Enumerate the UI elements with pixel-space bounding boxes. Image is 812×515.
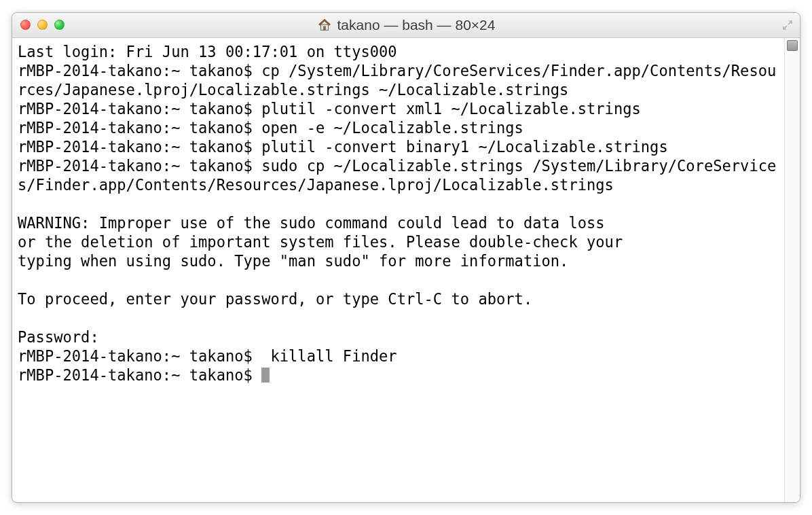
terminal-line: Last login: Fri Jun 13 00:17:01 on ttys0… xyxy=(18,43,397,60)
terminal-line: rMBP-2014-takano:~ takano$ killall Finde… xyxy=(18,347,397,365)
terminal-line: rMBP-2014-takano:~ takano$ sudo cp ~/Loc… xyxy=(18,157,776,194)
terminal-content[interactable]: Last login: Fri Jun 13 00:17:01 on ttys0… xyxy=(12,38,784,502)
scroll-indicator-icon xyxy=(787,40,798,51)
cursor xyxy=(261,368,270,383)
terminal-line: rMBP-2014-takano:~ takano$ plutil -conve… xyxy=(18,100,641,118)
fullscreen-icon[interactable] xyxy=(781,18,796,33)
content-wrap: Last login: Fri Jun 13 00:17:01 on ttys0… xyxy=(12,38,800,502)
terminal-prompt: rMBP-2014-takano:~ takano$ xyxy=(18,366,261,384)
minimize-button[interactable] xyxy=(37,20,48,30)
home-icon xyxy=(317,18,332,33)
window-title: takano — bash — 80×24 xyxy=(337,17,496,33)
terminal-line: To proceed, enter your password, or type… xyxy=(18,290,532,308)
terminal-line: WARNING: Improper use of the sudo comman… xyxy=(18,214,605,232)
scrollbar[interactable] xyxy=(784,38,800,502)
terminal-line: rMBP-2014-takano:~ takano$ cp /System/Li… xyxy=(18,62,776,99)
terminal-line: rMBP-2014-takano:~ takano$ open -e ~/Loc… xyxy=(18,119,523,137)
terminal-line: Password: xyxy=(18,328,99,346)
terminal-line: typing when using sudo. Type "man sudo" … xyxy=(18,252,568,270)
zoom-button[interactable] xyxy=(54,20,64,30)
terminal-window: takano — bash — 80×24 Last login: Fri Ju… xyxy=(12,12,800,503)
titlebar[interactable]: takano — bash — 80×24 xyxy=(12,13,800,38)
traffic-lights xyxy=(20,20,64,30)
terminal-line: or the deletion of important system file… xyxy=(18,233,623,251)
terminal-line: rMBP-2014-takano:~ takano$ plutil -conve… xyxy=(18,138,668,156)
svg-rect-1 xyxy=(323,26,325,31)
close-button[interactable] xyxy=(20,20,31,30)
title-center: takano — bash — 80×24 xyxy=(12,17,800,33)
